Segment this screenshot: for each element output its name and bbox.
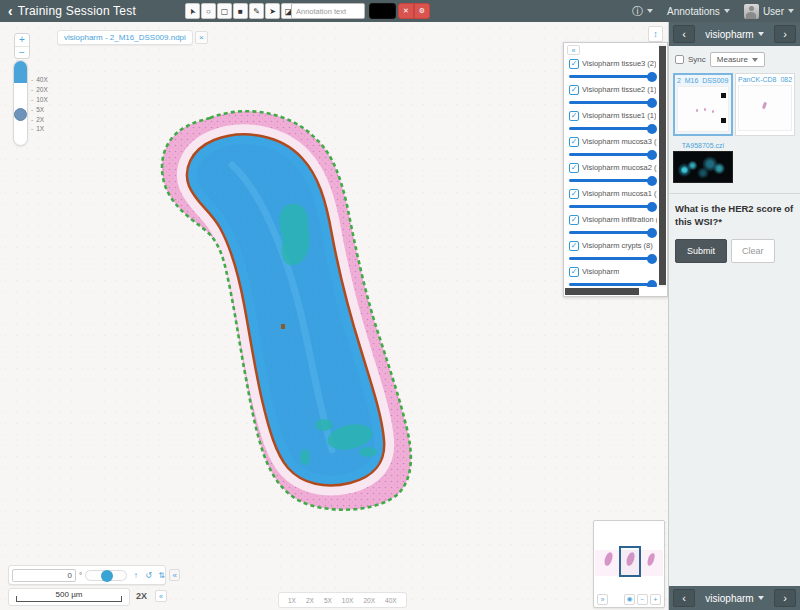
submit-button[interactable]: Submit (675, 239, 727, 263)
reset-north-icon[interactable]: ↑ (130, 569, 141, 581)
project-dropdown-label: visiopharm (705, 593, 753, 604)
zoom-preset-button[interactable]: 1X (283, 597, 301, 604)
flip-icon[interactable]: ⇅ (156, 569, 167, 581)
back-icon[interactable]: ‹ (8, 4, 13, 18)
layer-checkbox[interactable]: ✓ (569, 189, 579, 199)
delete-button[interactable]: ✕ (398, 3, 414, 19)
layer-opacity-handle[interactable] (647, 254, 657, 264)
zoom-tick-labels: -40X -20X -10X -5X -2X -1X (31, 75, 48, 134)
layer-opacity-handle[interactable] (647, 280, 657, 288)
settings-button[interactable]: ⚙ (414, 3, 430, 19)
sidebar-header: ‹ visiopharm › (669, 22, 800, 46)
zoom-preset-button[interactable]: 20X (358, 597, 380, 604)
center-pin-button[interactable]: ◉ (624, 594, 635, 605)
layer-checkbox[interactable]: ✓ (569, 137, 579, 147)
line-tool-button[interactable]: ✎ (249, 3, 264, 19)
layer-checkbox[interactable]: ✓ (569, 163, 579, 173)
thumbnail-name: PanCK-CD8_08260 (738, 76, 792, 83)
minimap-area[interactable] (595, 522, 663, 592)
layer-opacity-slider[interactable] (569, 101, 655, 104)
zoom-preset-button[interactable]: 10X (337, 597, 359, 604)
layer-checkbox[interactable]: ✓ (569, 241, 579, 251)
pointer-tool-button[interactable]: ➤ (185, 3, 200, 19)
layers-horizontal-scrollbar[interactable] (565, 288, 658, 295)
user-menu[interactable]: User (744, 4, 794, 19)
rotation-slider-handle[interactable] (101, 570, 113, 582)
next-image-button-bottom[interactable]: › (774, 589, 796, 607)
rotation-control-bar: ° ↑↺⇅« (8, 565, 166, 585)
sidebar-divider (669, 193, 800, 194)
zoom-slider-handle[interactable] (14, 108, 27, 121)
rotation-slider[interactable] (85, 570, 127, 581)
layer-opacity-handle[interactable] (647, 176, 657, 186)
project-dropdown[interactable]: visiopharm (705, 29, 763, 40)
project-dropdown-bottom[interactable]: visiopharm (705, 593, 763, 604)
annotation-color-swatch[interactable] (369, 3, 396, 19)
layer-checkbox[interactable]: ✓ (569, 215, 579, 225)
layers-vertical-scrollbar[interactable] (659, 44, 666, 287)
arrow-tool-button[interactable]: ➤ (265, 3, 280, 19)
rectangle-tool-button[interactable]: ▢ (217, 3, 232, 19)
zoom-tick-label: 2X (36, 116, 44, 123)
layer-opacity-slider[interactable] (569, 75, 655, 78)
layer-opacity-slider[interactable] (569, 283, 655, 286)
prev-image-button[interactable]: ‹ (673, 25, 695, 43)
clear-button[interactable]: Clear (731, 239, 775, 263)
zoom-slider-fill (14, 61, 27, 83)
layer-checkbox[interactable]: ✓ (569, 111, 579, 121)
minimap-viewport-rect[interactable] (619, 546, 641, 577)
collapse-layers-button[interactable]: « (567, 45, 580, 55)
expand-overview-button[interactable]: » (597, 594, 608, 605)
polygon-tool-button[interactable]: ■ (233, 3, 248, 19)
thumbnail-card[interactable]: PanCK-CD8_08260 (735, 73, 795, 136)
rotation-angle-input[interactable] (12, 569, 76, 582)
zoom-in-button[interactable]: + (15, 34, 29, 47)
layer-opacity-handle[interactable] (647, 150, 657, 160)
measure-dropdown[interactable]: Measure (710, 52, 765, 67)
layer-opacity-handle[interactable] (647, 228, 657, 238)
session-title: Training Session Test (18, 4, 136, 18)
layer-opacity-slider[interactable] (569, 231, 655, 234)
zoom-plus-minus: + − (14, 33, 30, 59)
layer-opacity-handle[interactable] (647, 124, 657, 134)
layer-opacity-slider[interactable] (569, 127, 655, 130)
collapse-icon[interactable]: « (169, 569, 180, 581)
layer-opacity-handle[interactable] (647, 98, 657, 108)
layer-opacity-slider[interactable] (569, 205, 655, 208)
layer-checkbox[interactable]: ✓ (569, 267, 579, 277)
layer-checkbox[interactable]: ✓ (569, 59, 579, 69)
zoom-out-button[interactable]: − (15, 47, 29, 59)
layer-checkbox[interactable]: ✓ (569, 85, 579, 95)
rotate-icon[interactable]: ↺ (143, 569, 154, 581)
annotations-menu[interactable]: Annotations (667, 6, 730, 17)
zoom-preset-button[interactable]: 5X (319, 597, 337, 604)
overview-minimap[interactable]: » ◉−+ (593, 520, 665, 608)
zoom-slider[interactable] (13, 60, 28, 146)
layer-opacity-slider[interactable] (569, 179, 655, 182)
zoom-preset-button[interactable]: 2X (301, 597, 319, 604)
horizontal-scrollbar-thumb[interactable] (565, 288, 639, 295)
image-tab-label[interactable]: visiopharm - 2_M16_DSS009.ndpi (57, 30, 193, 45)
zoom-preset-button[interactable]: 40X (380, 597, 402, 604)
sync-checkbox[interactable] (675, 55, 684, 64)
overview-zoom-out-button[interactable]: − (637, 594, 648, 605)
overview-zoom-in-button[interactable]: + (650, 594, 661, 605)
next-image-button[interactable]: › (774, 25, 796, 43)
prev-image-button-bottom[interactable]: ‹ (673, 589, 695, 607)
ellipse-tool-button[interactable]: ○ (201, 3, 216, 19)
info-menu[interactable]: ⓘ (632, 4, 653, 19)
ellipse-tool-icon: ○ (206, 7, 211, 16)
close-tab-button[interactable]: × (195, 31, 208, 44)
thumbnail-card-dark[interactable]: TA958705.czi (673, 142, 733, 183)
layer-opacity-slider[interactable] (569, 153, 655, 156)
layer-opacity-handle[interactable] (647, 72, 657, 82)
thumbnail-card-selected[interactable]: 2_M16_DSS009.nd (673, 73, 733, 136)
slide-viewer[interactable]: visiopharm - 2_M16_DSS009.ndpi × ↕ + − -… (0, 22, 668, 610)
vertical-scrollbar-thumb[interactable] (659, 46, 666, 285)
expand-panel-button[interactable]: ↕ (648, 26, 663, 42)
layer-opacity-handle[interactable] (647, 202, 657, 212)
layer-opacity-slider[interactable] (569, 257, 655, 260)
collapse-scalebar-button[interactable]: « (155, 590, 167, 602)
rotation-icon-group: ↑↺⇅« (130, 569, 180, 581)
annotation-text-input[interactable] (291, 3, 365, 19)
